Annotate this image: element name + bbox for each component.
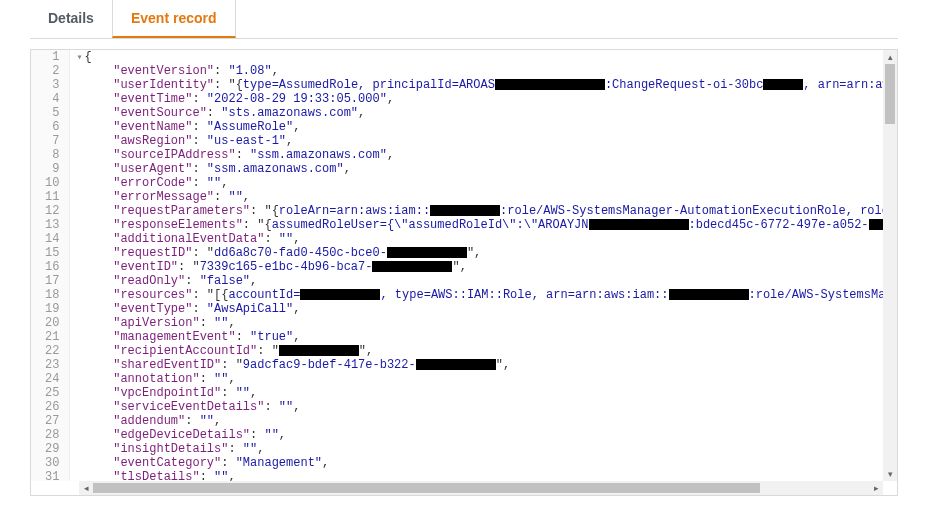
scroll-right-icon[interactable]: ▸ <box>869 481 883 495</box>
horizontal-scrollbar-track[interactable] <box>93 481 869 495</box>
horizontal-scrollbar-thumb[interactable] <box>93 483 760 493</box>
code-content[interactable]: ▾{ "eventVersion": "1.08", "userIdentity… <box>70 50 883 481</box>
line-number-gutter: 1234567891011121314151617181920212223242… <box>31 50 70 481</box>
scroll-up-icon[interactable]: ▴ <box>883 50 897 64</box>
tabs-bar: Details Event record <box>30 0 898 39</box>
vertical-scrollbar-thumb[interactable] <box>885 64 895 124</box>
horizontal-scrollbar[interactable]: ◂ ▸ <box>79 481 883 495</box>
vertical-scrollbar[interactable]: ▴ ▾ <box>883 50 897 481</box>
code-editor: 1234567891011121314151617181920212223242… <box>30 49 898 496</box>
tab-event-record[interactable]: Event record <box>112 0 236 38</box>
tab-details[interactable]: Details <box>30 0 112 38</box>
scroll-left-icon[interactable]: ◂ <box>79 481 93 495</box>
scroll-down-icon[interactable]: ▾ <box>883 467 897 481</box>
